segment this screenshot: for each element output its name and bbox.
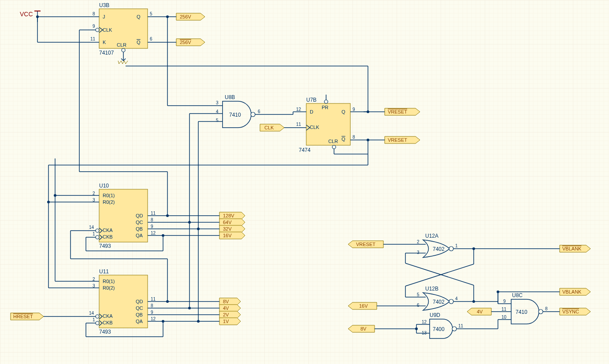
svg-point-182 — [188, 221, 191, 224]
svg-text:D: D — [310, 109, 313, 114]
svg-text:16V: 16V — [359, 303, 368, 309]
svg-text:CLK: CLK — [264, 125, 274, 130]
svg-point-205 — [449, 299, 453, 304]
port-2v: 2V — [219, 311, 241, 318]
svg-text:32V: 32V — [223, 226, 232, 232]
svg-text:U11: U11 — [99, 268, 109, 275]
svg-text:CKA: CKA — [103, 313, 113, 319]
svg-text:R0(1): R0(1) — [103, 279, 115, 284]
svg-text:U12A: U12A — [425, 233, 438, 239]
svg-point-59 — [332, 145, 336, 149]
svg-text:R0(2): R0(2) — [103, 199, 115, 205]
svg-point-165 — [166, 300, 169, 303]
svg-text:16V: 16V — [223, 233, 232, 238]
svg-text:VRESET: VRESET — [356, 242, 375, 247]
svg-text:6: 6 — [417, 303, 420, 308]
svg-text:3: 3 — [216, 100, 219, 105]
svg-text:8: 8 — [93, 11, 95, 16]
svg-point-57 — [324, 100, 328, 103]
svg-point-157 — [162, 320, 164, 323]
svg-text:7474: 7474 — [299, 147, 311, 153]
port-4v: 4V — [219, 305, 241, 312]
port-hreset-bar: HRESET — [11, 313, 44, 320]
svg-text:VRESET: VRESET — [388, 137, 407, 143]
svg-text:8: 8 — [151, 217, 153, 222]
svg-text:5: 5 — [216, 118, 219, 123]
svg-text:Q: Q — [137, 40, 141, 45]
svg-text:7493: 7493 — [99, 243, 111, 249]
svg-text:CLK: CLK — [103, 27, 112, 33]
svg-point-161 — [162, 234, 164, 237]
port-clk: CLK — [260, 124, 284, 131]
svg-text:12: 12 — [151, 316, 156, 321]
svg-text:8: 8 — [151, 303, 153, 308]
svg-point-124 — [96, 315, 99, 318]
port-128v: 128V — [219, 212, 245, 219]
svg-text:7493: 7493 — [99, 329, 111, 335]
svg-text:U8C: U8C — [512, 292, 523, 298]
svg-text:64V: 64V — [223, 220, 232, 225]
svg-text:6: 6 — [150, 37, 152, 41]
svg-text:4V: 4V — [223, 305, 229, 311]
svg-point-223 — [538, 309, 543, 314]
svg-text:CLR: CLR — [328, 139, 338, 144]
svg-text:Q: Q — [342, 109, 345, 114]
svg-text:9: 9 — [503, 299, 506, 304]
port-8v-in: 8V — [348, 325, 375, 332]
svg-text:256V: 256V — [180, 14, 191, 19]
svg-text:U12B: U12B — [425, 286, 438, 292]
svg-text:12: 12 — [151, 231, 156, 235]
svg-text:U8B: U8B — [225, 94, 235, 100]
svg-text:128V: 128V — [223, 213, 234, 218]
u3b-ref: U3B — [99, 2, 109, 8]
svg-text:7402: 7402 — [433, 246, 445, 252]
svg-point-214 — [452, 327, 457, 331]
svg-text:QD: QD — [136, 299, 143, 304]
svg-text:10: 10 — [501, 315, 507, 320]
svg-text:8V: 8V — [223, 299, 229, 304]
port-8v: 8V — [219, 298, 241, 305]
svg-text:QA: QA — [136, 233, 143, 238]
svg-text:9: 9 — [151, 224, 153, 229]
svg-text:2V: 2V — [223, 312, 229, 317]
svg-text:VRESET: VRESET — [388, 109, 407, 114]
svg-text:9: 9 — [353, 107, 355, 112]
svg-text:11: 11 — [90, 37, 96, 41]
svg-text:6: 6 — [258, 109, 260, 114]
svg-text:1: 1 — [455, 243, 458, 248]
svg-text:Q: Q — [342, 136, 345, 142]
svg-text:1: 1 — [93, 232, 95, 236]
svg-text:8: 8 — [353, 135, 355, 140]
port-vreset-bar: VRESET — [385, 108, 420, 115]
port-16v: 16V — [219, 232, 245, 239]
u3b-val: 74107 — [99, 50, 114, 56]
svg-text:1V: 1V — [223, 319, 229, 324]
svg-text:VSYNC: VSYNC — [562, 309, 579, 314]
svg-text:R0(1): R0(1) — [103, 193, 115, 198]
svg-text:CLK: CLK — [310, 125, 319, 130]
svg-text:11: 11 — [151, 211, 156, 216]
svg-text:U10: U10 — [99, 183, 109, 189]
svg-text:4V: 4V — [477, 309, 483, 314]
port-256v-bar: 256V — [176, 39, 205, 46]
port-4v-in: 4V — [467, 308, 491, 315]
port-vreset: VRESET — [385, 136, 420, 143]
port-vblank-bar: VBLANK — [560, 245, 590, 252]
svg-text:2: 2 — [417, 239, 420, 244]
svg-point-196 — [449, 246, 453, 251]
svg-text:U9D: U9D — [430, 312, 440, 318]
svg-text:CKB: CKB — [103, 234, 113, 239]
svg-point-125 — [96, 321, 99, 325]
port-256v: 256V — [176, 13, 205, 20]
port-64v: 64V — [219, 219, 245, 226]
svg-point-180 — [197, 320, 200, 323]
svg-point-183 — [197, 228, 200, 230]
svg-text:7402: 7402 — [433, 299, 445, 305]
port-1v: 1V — [219, 318, 241, 325]
svg-text:14: 14 — [89, 311, 94, 316]
svg-text:8V: 8V — [360, 326, 367, 331]
svg-text:11: 11 — [458, 324, 464, 328]
svg-text:7410: 7410 — [516, 309, 527, 315]
port-16v-in: 16V — [348, 302, 377, 309]
svg-text:256V: 256V — [180, 40, 191, 45]
